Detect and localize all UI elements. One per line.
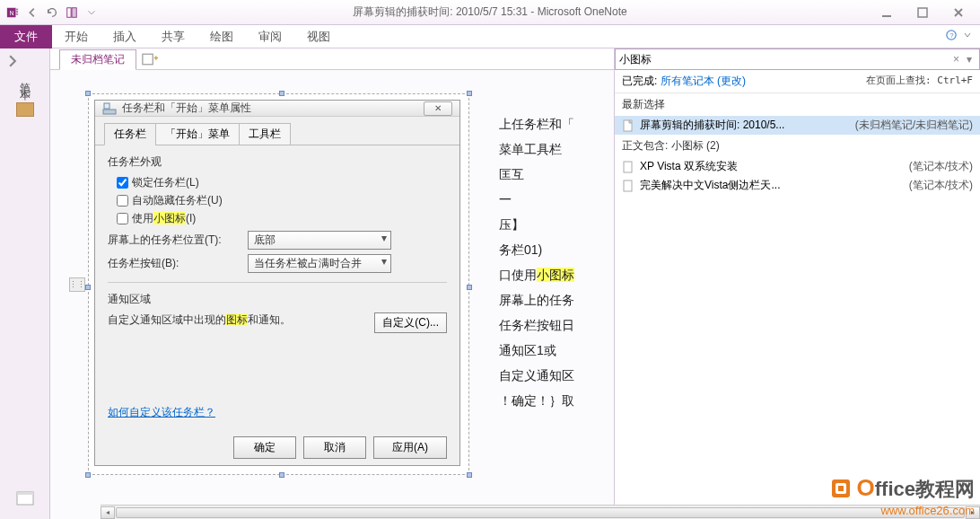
dialog-title: 任务栏和「开始」菜单属性 (122, 101, 251, 116)
close-icon[interactable] (946, 6, 971, 19)
search-result-item[interactable]: 完美解决中文Vista侧边栏天... (笔记本/技术) (615, 176, 980, 195)
resize-handle[interactable] (85, 91, 91, 96)
resize-handle[interactable] (279, 91, 284, 96)
notebook-icon[interactable] (16, 102, 34, 117)
maximize-icon[interactable] (910, 6, 935, 19)
tab-insert[interactable]: 插入 (101, 25, 149, 48)
page-icon (622, 119, 634, 132)
svg-rect-5 (67, 7, 71, 17)
cancel-button[interactable]: 取消 (303, 436, 366, 459)
section-tab-active[interactable]: 未归档笔记 (59, 49, 136, 70)
workspace: 笔记本 未归档笔记 ⋮⋮ 任务栏和「开始」菜单属性 ✕ (0, 48, 980, 519)
resize-handle[interactable] (467, 91, 472, 96)
search-result-item[interactable]: XP Vista 双系统安装 (笔记本/技术) (615, 157, 980, 176)
note-container[interactable]: ⋮⋮ 任务栏和「开始」菜单属性 ✕ 任务栏 「开始」菜单 工具栏 (88, 93, 469, 475)
search-result-recent[interactable]: 屏幕剪辑的捕获时间: 2010/5... (未归档笔记/未归档笔记) (615, 116, 980, 135)
checkbox-autohide[interactable] (117, 195, 128, 207)
dropdown-icon[interactable] (83, 4, 101, 22)
svg-text:?: ? (949, 31, 953, 40)
search-results-panel: × ▾ 已完成: 所有笔记本 (更改) 在页面上查找: Ctrl+F 最新选择 … (614, 48, 980, 519)
page-icon (622, 180, 634, 192)
taskbar-properties-dialog: 任务栏和「开始」菜单属性 ✕ 任务栏 「开始」菜单 工具栏 任务栏外观 锁定任务… (94, 100, 460, 466)
position-label: 屏幕上的任务栏位置(T): (108, 233, 242, 248)
expand-icon[interactable] (4, 52, 22, 70)
find-on-page-hint: 在页面上查找: Ctrl+F (866, 74, 973, 87)
page-canvas: 未归档笔记 ⋮⋮ 任务栏和「开始」菜单属性 ✕ 任务栏 「开始」菜单 (50, 48, 980, 519)
svg-rect-3 (16, 13, 19, 14)
position-dropdown[interactable]: 底部 (248, 231, 391, 250)
svg-rect-14 (17, 492, 33, 495)
svg-rect-1 (16, 8, 19, 10)
notify-text: 自定义通知区域中出现的图标和通知。 自定义(C)... (108, 312, 447, 328)
ok-button[interactable]: 确定 (233, 436, 296, 459)
buttons-label: 任务栏按钮(B): (108, 256, 242, 271)
scroll-left-icon[interactable]: ◂ (101, 506, 115, 519)
checkbox-lock[interactable] (117, 177, 128, 189)
checkbox-autohide-label: 自动隐藏任务栏(U) (132, 193, 223, 208)
resize-handle[interactable] (467, 285, 472, 290)
dialog-tabs: 任务栏 「开始」菜单 工具栏 (95, 117, 459, 145)
svg-rect-8 (918, 8, 927, 17)
search-status: 已完成: 所有笔记本 (更改) 在页面上查找: Ctrl+F (615, 70, 980, 93)
add-section-icon[interactable] (140, 50, 158, 68)
svg-rect-19 (624, 162, 632, 172)
recent-label: 最新选择 (615, 93, 980, 116)
watermark-url: www.office26.com (880, 504, 975, 517)
office-logo-icon (828, 476, 853, 501)
file-tab[interactable]: 文件 (0, 25, 52, 48)
resize-handle[interactable] (85, 285, 91, 290)
clear-search-icon[interactable]: × (949, 53, 963, 66)
search-box: × ▾ (615, 48, 980, 70)
dialog-close-icon[interactable]: ✕ (424, 101, 452, 116)
search-input[interactable] (619, 53, 949, 66)
group-appearance-label: 任务栏外观 (108, 154, 447, 170)
tab-startmenu[interactable]: 「开始」菜单 (155, 123, 240, 145)
scroll-thumb[interactable] (116, 507, 965, 518)
resize-handle[interactable] (467, 472, 472, 478)
svg-rect-17 (104, 103, 109, 109)
svg-rect-23 (838, 486, 844, 491)
svg-rect-2 (16, 11, 19, 13)
group-notify-label: 通知区域 (108, 292, 447, 307)
help-link[interactable]: 如何自定义该任务栏？ (108, 405, 215, 420)
dialog-buttons: 确定 取消 应用(A) (95, 429, 459, 466)
back-icon[interactable] (23, 4, 41, 22)
resize-handle[interactable] (85, 472, 91, 478)
chevron-down-icon[interactable] (962, 30, 973, 43)
body-contains-label: 正文包含: 小图标 (2) (615, 135, 980, 157)
tab-home[interactable]: 开始 (52, 25, 101, 48)
svg-rect-15 (143, 54, 153, 64)
checkbox-smallicons[interactable] (117, 213, 128, 224)
window-title: 屏幕剪辑的捕获时间: 2010/5/7 15:31 - Microsoft On… (353, 4, 626, 20)
customize-button[interactable]: 自定义(C)... (374, 312, 447, 333)
watermark-brand: OOffice教程网ffice教程网 (828, 474, 975, 503)
svg-text:N: N (10, 9, 14, 15)
notebook-sidebar: 笔记本 (0, 48, 50, 519)
svg-rect-20 (624, 180, 632, 191)
search-scope-dropdown-icon[interactable]: ▾ (963, 53, 976, 66)
tab-review[interactable]: 审阅 (246, 25, 294, 48)
undo-icon[interactable] (43, 4, 61, 22)
search-scope-link[interactable]: 所有笔记本 (更改) (661, 75, 746, 87)
unfiled-icon[interactable] (14, 488, 36, 510)
notebook-label: 笔记本 (17, 74, 32, 84)
page-icon (622, 161, 634, 173)
dock-icon[interactable] (63, 4, 81, 22)
buttons-dropdown[interactable]: 当任务栏被占满时合并 (248, 254, 391, 273)
help-icon[interactable]: ? (946, 30, 957, 43)
quick-access-toolbar: N (0, 4, 104, 22)
horizontal-scrollbar[interactable]: ◂ ▸ (101, 505, 980, 519)
checkbox-smallicons-label: 使用小图标(I) (132, 211, 196, 226)
tab-taskbar[interactable]: 任务栏 (104, 123, 156, 145)
minimize-icon[interactable] (874, 6, 899, 19)
tab-share[interactable]: 共享 (149, 25, 197, 48)
tab-draw[interactable]: 绘图 (197, 25, 246, 48)
tab-view[interactable]: 视图 (294, 25, 343, 48)
note-grip-icon[interactable]: ⋮⋮ (69, 277, 85, 292)
page-text-fragment: 上任务栏和「 菜单工具栏 匡互 一 压】 务栏01) 口使用小图标 屏幕上的任务… (499, 111, 574, 413)
ribbon: 文件 开始 插入 共享 绘图 审阅 视图 ? (0, 25, 980, 48)
tab-toolbars[interactable]: 工具栏 (239, 123, 291, 145)
apply-button[interactable]: 应用(A) (373, 436, 447, 459)
resize-handle[interactable] (279, 472, 284, 478)
onenote-icon: N (4, 4, 22, 22)
